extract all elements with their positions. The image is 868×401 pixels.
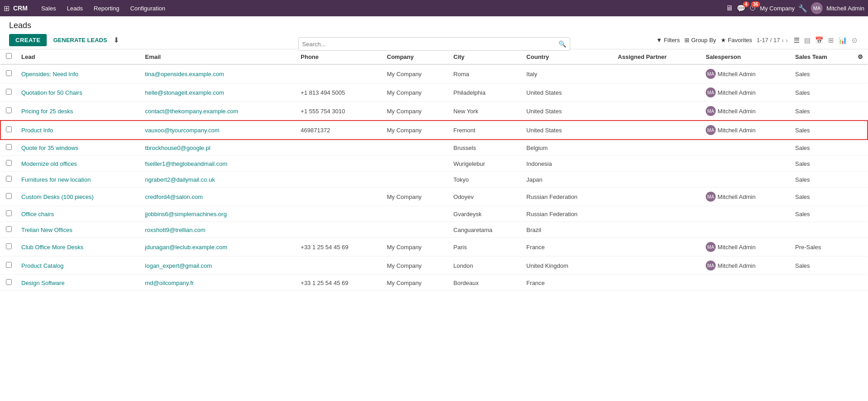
row-checkbox-cell[interactable]: [0, 83, 17, 102]
cell-lead[interactable]: Trelian New Offices: [17, 222, 141, 238]
cell-lead[interactable]: Office chairs: [17, 206, 141, 222]
cell-sales-team: Sales: [790, 102, 853, 121]
activity-view-icon[interactable]: ⊙: [850, 35, 859, 45]
chart-view-icon[interactable]: 📊: [837, 35, 849, 45]
cell-lead[interactable]: Design Software: [17, 275, 141, 291]
row-checkbox-cell[interactable]: [0, 188, 17, 206]
row-checkbox[interactable]: [6, 160, 12, 166]
favorites-button[interactable]: ★ Favorites: [721, 37, 752, 43]
list-view-icon[interactable]: ☰: [792, 35, 801, 45]
clock-icon-wrap[interactable]: ⏱ 36: [749, 4, 756, 12]
cell-lead[interactable]: Product Catalog: [17, 256, 141, 275]
pagination-next[interactable]: ›: [786, 37, 788, 44]
row-checkbox-cell[interactable]: [0, 102, 17, 121]
download-button[interactable]: ⬇: [113, 36, 119, 44]
row-checkbox-cell[interactable]: [0, 256, 17, 275]
company-name[interactable]: My Company: [760, 5, 795, 12]
row-checkbox-cell[interactable]: [0, 156, 17, 172]
chat-icon-wrap[interactable]: 💬 4: [737, 4, 746, 13]
row-checkbox[interactable]: [6, 89, 12, 95]
table-row[interactable]: Furnitures for new locationngrabert2@dai…: [0, 172, 868, 188]
row-checkbox[interactable]: [6, 193, 12, 199]
row-checkbox[interactable]: [6, 262, 12, 268]
col-assigned-partner[interactable]: Assigned Partner: [613, 49, 701, 64]
row-checkbox[interactable]: [6, 144, 12, 150]
cell-sales-team: Sales: [790, 83, 853, 102]
row-checkbox[interactable]: [6, 226, 12, 232]
kanban-view-icon[interactable]: ▤: [803, 35, 812, 45]
row-checkbox[interactable]: [6, 176, 12, 182]
table-row[interactable]: Opensides: Need Infotina@opensides.examp…: [0, 64, 868, 83]
row-checkbox[interactable]: [6, 70, 12, 76]
salesperson-avatar: MA: [706, 106, 716, 116]
settings-icon[interactable]: 🔧: [798, 4, 807, 13]
col-settings[interactable]: ⚙: [853, 49, 868, 64]
table-row[interactable]: Trelian New Officesroxshott9@trellian.co…: [0, 222, 868, 238]
cell-lead[interactable]: Product Info: [17, 121, 141, 140]
grid-view-icon[interactable]: ⊞: [827, 35, 835, 45]
nav-configuration[interactable]: Configuration: [126, 3, 170, 14]
cell-lead[interactable]: Quote for 35 windows: [17, 140, 141, 156]
select-all-header[interactable]: [0, 49, 17, 64]
row-checkbox-cell[interactable]: [0, 64, 17, 83]
col-phone[interactable]: Phone: [296, 49, 382, 64]
view-icons: ☰ ▤ 📅 ⊞ 📊 ⊙: [792, 35, 859, 45]
cell-email: md@oilcompany.fr: [141, 275, 296, 291]
cell-lead[interactable]: Furnitures for new location: [17, 172, 141, 188]
col-sales-team[interactable]: Sales Team: [790, 49, 853, 64]
row-checkbox[interactable]: [6, 107, 12, 113]
table-row[interactable]: Club Office More Desksjdunagan@leclub.ex…: [0, 238, 868, 256]
support-icon-wrap[interactable]: 🖥: [726, 4, 733, 12]
cell-lead[interactable]: Modernize old offices: [17, 156, 141, 172]
calendar-view-icon[interactable]: 📅: [814, 35, 825, 45]
pagination-prev[interactable]: ‹: [782, 37, 784, 44]
search-bar[interactable]: 🔍: [298, 37, 570, 51]
nav-leads[interactable]: Leads: [62, 3, 87, 14]
table-row[interactable]: Product Infovauxoo@tyourcompany.com46987…: [0, 121, 868, 140]
row-checkbox[interactable]: [6, 279, 12, 285]
row-checkbox[interactable]: [6, 126, 12, 132]
generate-leads-button[interactable]: GENERATE LEADS: [50, 35, 110, 45]
col-lead[interactable]: Lead: [17, 49, 141, 64]
user-name[interactable]: Mitchell Admin: [826, 5, 864, 12]
row-checkbox-cell[interactable]: [0, 275, 17, 291]
row-checkbox-cell[interactable]: [0, 238, 17, 256]
app-name[interactable]: CRM: [13, 5, 28, 12]
col-salesperson[interactable]: Salesperson: [701, 49, 790, 64]
cell-salesperson: [701, 140, 790, 156]
row-checkbox-cell[interactable]: [0, 172, 17, 188]
table-row[interactable]: Office chairsjjobbins6@simplemachines.or…: [0, 206, 868, 222]
cell-lead[interactable]: Club Office More Desks: [17, 238, 141, 256]
cell-sales-team: Sales: [790, 256, 853, 275]
table-row[interactable]: Quotation for 50 Chairshelle@stonageit.e…: [0, 83, 868, 102]
nav-sales[interactable]: Sales: [37, 3, 61, 14]
filters-button[interactable]: ▼ Filters: [656, 37, 680, 43]
row-checkbox[interactable]: [6, 210, 12, 216]
nav-reporting[interactable]: Reporting: [89, 3, 124, 14]
row-checkbox[interactable]: [6, 243, 12, 249]
table-row[interactable]: Design Softwaremd@oilcompany.fr+33 1 25 …: [0, 275, 868, 291]
user-avatar[interactable]: MA: [811, 2, 823, 14]
table-row[interactable]: Modernize old officesfseiller1@theglobea…: [0, 156, 868, 172]
groupby-button[interactable]: ⊞ Group By: [684, 37, 716, 43]
create-button[interactable]: CREATE: [9, 34, 47, 46]
table-row[interactable]: Pricing for 25 deskscontact@thekompany.e…: [0, 102, 868, 121]
cell-lead[interactable]: Opensides: Need Info: [17, 64, 141, 83]
row-checkbox-cell[interactable]: [0, 140, 17, 156]
select-all-checkbox[interactable]: [6, 53, 12, 59]
table-row[interactable]: Product Cataloglogan_expert@gmail.comMy …: [0, 256, 868, 275]
col-company[interactable]: Company: [383, 49, 449, 64]
row-checkbox-cell[interactable]: [0, 121, 17, 140]
table-row[interactable]: Custom Desks (100 pieces)credford4@salon…: [0, 188, 868, 206]
col-city[interactable]: City: [449, 49, 522, 64]
cell-lead[interactable]: Quotation for 50 Chairs: [17, 83, 141, 102]
row-checkbox-cell[interactable]: [0, 206, 17, 222]
row-checkbox-cell[interactable]: [0, 222, 17, 238]
cell-lead[interactable]: Custom Desks (100 pieces): [17, 188, 141, 206]
cell-lead[interactable]: Pricing for 25 desks: [17, 102, 141, 121]
table-row[interactable]: Quote for 35 windowstbrockhouse0@google.…: [0, 140, 868, 156]
col-email[interactable]: Email: [141, 49, 296, 64]
app-grid-icon[interactable]: ⊞: [4, 4, 10, 13]
search-input[interactable]: [302, 41, 558, 48]
col-country[interactable]: Country: [522, 49, 613, 64]
